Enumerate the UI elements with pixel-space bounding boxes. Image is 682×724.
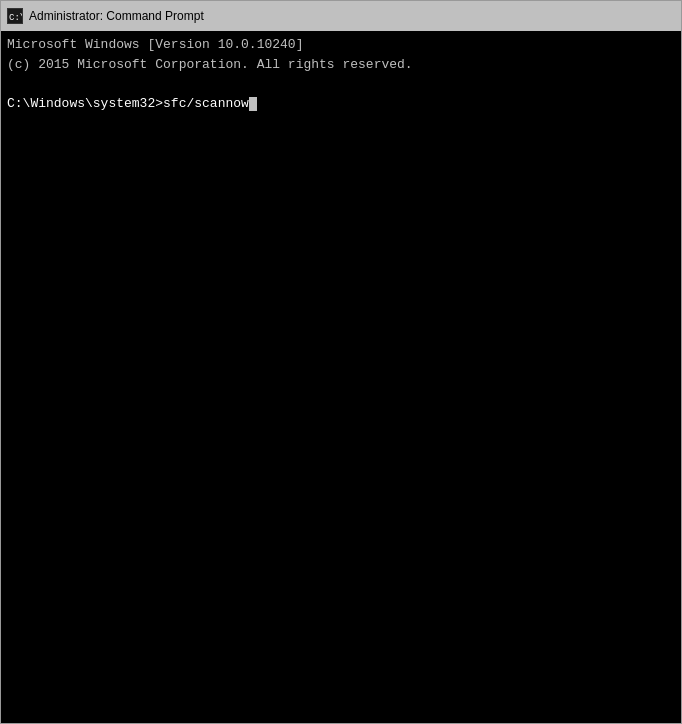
console-line-4: C:\Windows\system32>sfc/scannow bbox=[7, 94, 675, 114]
cmd-window: C:\ Administrator: Command Prompt Micros… bbox=[0, 0, 682, 724]
title-bar: C:\ Administrator: Command Prompt bbox=[1, 1, 681, 31]
console-line-1: Microsoft Windows [Version 10.0.10240] bbox=[7, 35, 675, 55]
cmd-icon: C:\ bbox=[7, 8, 23, 24]
title-bar-text: Administrator: Command Prompt bbox=[29, 9, 675, 23]
console-area[interactable]: Microsoft Windows [Version 10.0.10240] (… bbox=[1, 31, 681, 723]
console-line-2: (c) 2015 Microsoft Corporation. All righ… bbox=[7, 55, 675, 75]
cursor bbox=[249, 97, 257, 111]
console-line-3 bbox=[7, 74, 675, 94]
svg-text:C:\: C:\ bbox=[9, 13, 22, 23]
